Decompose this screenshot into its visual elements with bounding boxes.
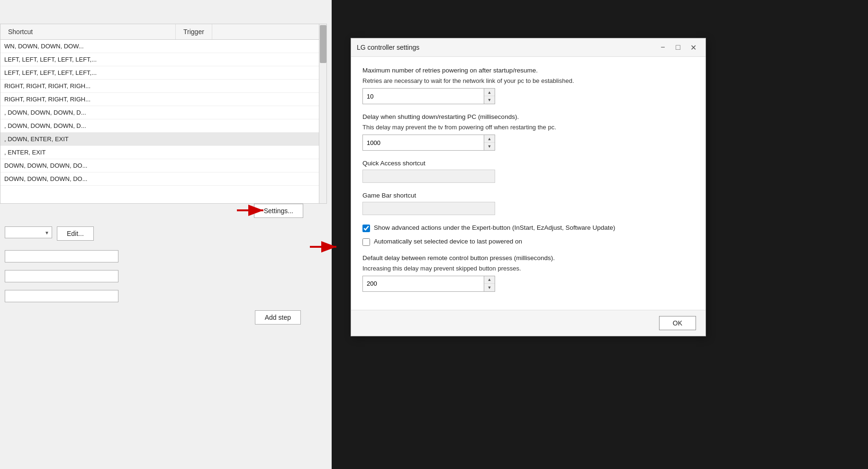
game-bar-setting: Game Bar shortcut	[362, 191, 694, 215]
table-row[interactable]: , DOWN, DOWN, DOWN, D...	[0, 119, 326, 133]
add-step-button-area: Add step	[255, 310, 301, 325]
retries-label: Maximum number of retries powering on af…	[362, 66, 694, 75]
quick-access-setting: Quick Access shortcut	[362, 159, 694, 183]
button-delay-spin-down[interactable]: ▼	[484, 284, 495, 291]
game-bar-label: Game Bar shortcut	[362, 191, 694, 200]
button-delay-sublabel: Increasing this delay may prevent skippe…	[362, 264, 694, 273]
retries-sublabel: Retries are necessary to wait for the ne…	[362, 77, 694, 85]
button-delay-input[interactable]	[363, 278, 484, 289]
quick-access-label: Quick Access shortcut	[362, 159, 694, 168]
table-header: Shortcut Trigger	[0, 24, 326, 40]
settings-button[interactable]: Settings...	[254, 204, 303, 218]
show-advanced-row: Show advanced actions under the Expert-b…	[362, 224, 694, 233]
button-delay-spin-up[interactable]: ▲	[484, 276, 495, 284]
table-row[interactable]: RIGHT, RIGHT, RIGHT, RIGH...	[0, 93, 326, 106]
modal-footer: OK	[351, 310, 705, 336]
trigger-column-header: Trigger	[176, 24, 212, 39]
retries-input[interactable]	[363, 91, 484, 102]
table-row[interactable]: LEFT, LEFT, LEFT, LEFT, LEFT,...	[0, 53, 326, 66]
delay-setting: Delay when shutting down/restarting PC (…	[362, 113, 694, 151]
shortcut-column-header: Shortcut	[0, 24, 176, 39]
table-row[interactable]: DOWN, DOWN, DOWN, DO...	[0, 172, 326, 186]
delay-label: Delay when shutting down/restarting PC (…	[362, 113, 694, 122]
scrollbar-thumb[interactable]	[320, 25, 326, 63]
text-input-1[interactable]	[5, 250, 118, 262]
edit-button[interactable]: Edit...	[57, 226, 94, 241]
retries-spin-buttons: ▲ ▼	[484, 89, 495, 104]
table-row[interactable]: , DOWN, DOWN, DOWN, D...	[0, 106, 326, 119]
auto-set-checkbox[interactable]	[362, 238, 370, 246]
modal-titlebar: LG controller settings − □ ✕	[351, 38, 705, 57]
button-delay-label: Default delay between remote control but…	[362, 254, 694, 263]
settings-button-area: Settings...	[254, 204, 303, 218]
table-row[interactable]: RIGHT, RIGHT, RIGHT, RIGH...	[0, 80, 326, 93]
minimize-button[interactable]: −	[656, 42, 669, 53]
table-scrollbar[interactable]	[319, 24, 326, 203]
retries-spin-down[interactable]: ▼	[484, 96, 495, 104]
button-delay-spin-buttons: ▲ ▼	[484, 276, 495, 291]
delay-spin-down[interactable]: ▼	[484, 143, 495, 150]
delay-spin-buttons: ▲ ▼	[484, 135, 495, 150]
button-delay-spinbox: ▲ ▼	[362, 276, 495, 292]
button-delay-setting: Default delay between remote control but…	[362, 254, 694, 292]
modal-title: LG controller settings	[357, 44, 419, 51]
delay-spinbox: ▲ ▼	[362, 135, 495, 151]
shortcuts-table: Shortcut Trigger WN, DOWN, DOWN, DOW...L…	[0, 24, 327, 204]
retries-spin-up[interactable]: ▲	[484, 89, 495, 96]
retries-spinbox: ▲ ▼	[362, 88, 495, 104]
retries-setting: Maximum number of retries powering on af…	[362, 66, 694, 104]
table-row[interactable]: , DOWN, ENTER, EXIT	[0, 133, 326, 146]
ok-button[interactable]: OK	[659, 316, 696, 330]
lg-controller-settings-dialog: LG controller settings − □ ✕ Maximum num…	[351, 38, 706, 336]
text-input-3[interactable]	[5, 290, 118, 302]
quick-access-input[interactable]	[362, 170, 495, 183]
edit-button-area: Edit...	[57, 226, 94, 241]
game-bar-input[interactable]	[362, 202, 495, 215]
dropdown-wrapper: ▼	[5, 226, 52, 238]
show-advanced-checkbox[interactable]	[362, 225, 370, 232]
table-row[interactable]: WN, DOWN, DOWN, DOW...	[0, 40, 326, 53]
delay-input[interactable]	[363, 137, 484, 148]
table-row[interactable]: LEFT, LEFT, LEFT, LEFT, LEFT,...	[0, 66, 326, 80]
modal-controls: − □ ✕	[656, 42, 700, 53]
close-button[interactable]: ✕	[687, 42, 700, 53]
dropdown-select[interactable]	[5, 226, 52, 238]
table-row[interactable]: , ENTER, EXIT	[0, 146, 326, 159]
add-step-button[interactable]: Add step	[255, 310, 301, 325]
text-input-2[interactable]	[5, 270, 118, 282]
delay-spin-up[interactable]: ▲	[484, 135, 495, 143]
auto-set-row: Automatically set selected device to las…	[362, 237, 694, 246]
auto-set-label: Automatically set selected device to las…	[374, 237, 522, 246]
left-panel: Shortcut Trigger WN, DOWN, DOWN, DOW...L…	[0, 0, 332, 469]
delay-sublabel: This delay may prevent the tv from power…	[362, 123, 694, 132]
show-advanced-label: Show advanced actions under the Expert-b…	[374, 224, 615, 233]
table-rows-container: WN, DOWN, DOWN, DOW...LEFT, LEFT, LEFT, …	[0, 40, 326, 186]
table-row[interactable]: DOWN, DOWN, DOWN, DO...	[0, 159, 326, 172]
modal-body: Maximum number of retries powering on af…	[351, 57, 705, 310]
maximize-button[interactable]: □	[671, 42, 685, 53]
dropdown-area: ▼	[5, 226, 52, 238]
